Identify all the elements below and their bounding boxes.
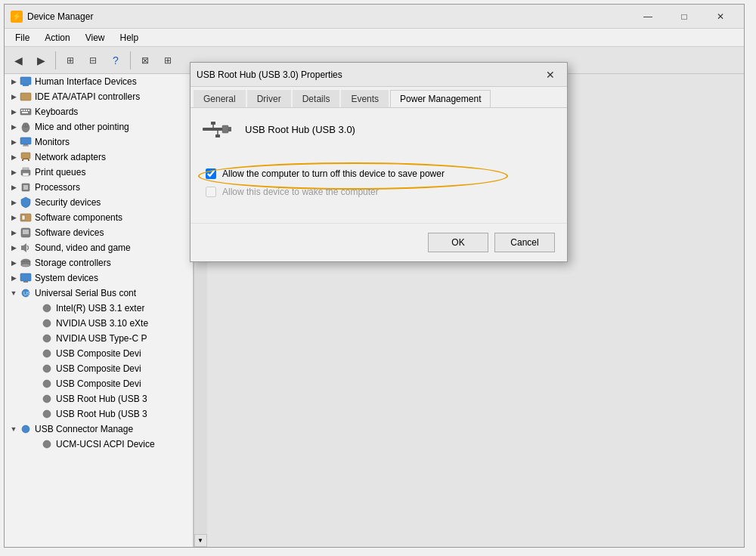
menu-help[interactable]: Help	[113, 31, 147, 45]
menu-action[interactable]: Action	[37, 31, 77, 45]
svg-rect-53	[215, 134, 220, 137]
allow-wake-label: Allow this device to wake the computer	[222, 187, 379, 197]
device-header: USB Root Hub (USB 3.0)	[203, 120, 555, 147]
app-icon: ⚡	[11, 11, 23, 23]
device-name: USB Root Hub (USB 3.0)	[245, 124, 355, 135]
ok-button[interactable]: OK	[428, 233, 488, 252]
menu-file[interactable]: File	[8, 31, 37, 45]
window-controls: — □ ✕	[631, 6, 738, 27]
svg-rect-48	[222, 125, 228, 133]
svg-rect-47	[203, 128, 222, 131]
modal-overlay: USB Root Hub (USB 3.0) Properties ✕ Gene…	[5, 47, 744, 547]
main-window: ⚡ Device Manager — □ ✕ File Action View …	[4, 4, 745, 548]
allow-turnoff-checkbox[interactable]	[206, 168, 216, 179]
allow-turnoff-row: Allow the computer to turn off this devi…	[206, 168, 552, 179]
allow-turnoff-label: Allow the computer to turn off this devi…	[222, 168, 445, 179]
window-title: Device Manager	[27, 11, 631, 22]
cancel-button[interactable]: Cancel	[494, 233, 555, 252]
maximize-button[interactable]: □	[667, 6, 702, 27]
svg-rect-49	[228, 127, 231, 131]
dialog-tabs: General Driver Details Events Power Mana…	[191, 87, 567, 108]
tab-driver[interactable]: Driver	[247, 90, 291, 107]
dialog-title: USB Root Hub (USB 3.0) Properties	[197, 70, 540, 80]
svg-rect-51	[211, 122, 215, 125]
menu-bar: File Action View Help	[5, 29, 744, 47]
dialog-body: USB Root Hub (USB 3.0) Allow the compute…	[191, 108, 567, 223]
dialog-title-bar: USB Root Hub (USB 3.0) Properties ✕	[191, 63, 567, 87]
dialog-footer: OK Cancel	[191, 223, 567, 261]
tab-general[interactable]: General	[194, 90, 246, 107]
dialog-close-button[interactable]: ✕	[540, 66, 561, 84]
properties-dialog: USB Root Hub (USB 3.0) Properties ✕ Gene…	[190, 62, 568, 262]
title-bar: ⚡ Device Manager — □ ✕	[5, 5, 744, 29]
menu-view[interactable]: View	[78, 31, 113, 45]
tab-details[interactable]: Details	[293, 90, 340, 107]
tab-power-management[interactable]: Power Management	[390, 90, 491, 107]
close-button[interactable]: ✕	[703, 6, 738, 27]
minimize-button[interactable]: —	[631, 6, 665, 27]
allow-wake-checkbox[interactable]	[206, 187, 216, 197]
tab-events[interactable]: Events	[341, 90, 389, 107]
device-icon	[203, 120, 233, 138]
allow-wake-row: Allow this device to wake the computer	[206, 187, 552, 197]
power-management-section: Allow the computer to turn off this devi…	[203, 162, 555, 211]
